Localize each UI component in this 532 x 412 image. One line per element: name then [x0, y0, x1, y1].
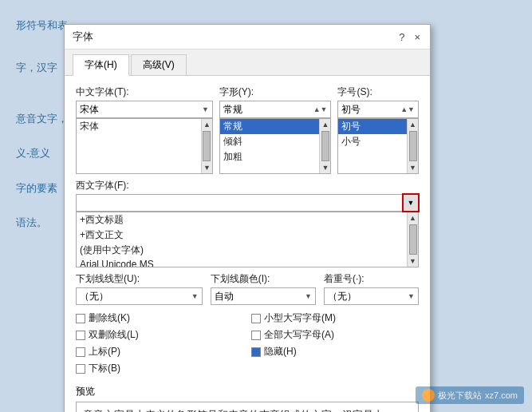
tab-font[interactable]: 字体(H)	[73, 54, 129, 76]
emphasis-label: 着重号(·):	[324, 272, 419, 286]
hidden-checkbox[interactable]	[251, 347, 261, 357]
small-caps-label: 小型大写字母(M)	[264, 311, 336, 325]
double-strikethrough-label: 双删除线(L)	[89, 328, 139, 342]
wf-scroll-down[interactable]: ▼	[409, 256, 416, 267]
style-item-bold[interactable]: 加粗	[220, 149, 320, 164]
watermark-text: 极光下载站	[438, 390, 482, 402]
close-button[interactable]: ×	[412, 31, 422, 43]
emphasis-group: 着重号(·): （无） ▼	[324, 272, 419, 305]
checkbox-superscript[interactable]: 上标(P)	[76, 345, 243, 359]
help-button[interactable]: ?	[397, 31, 406, 43]
chinese-font-arrow: ▼	[202, 105, 209, 113]
tab-advanced[interactable]: 高级(V)	[131, 54, 187, 75]
hidden-label: 隐藏(H)	[264, 345, 297, 359]
strikethrough-checkbox[interactable]	[76, 314, 85, 323]
size-scroll-down[interactable]: ▼	[409, 162, 416, 173]
preview-label: 预览	[76, 385, 419, 398]
scroll-down[interactable]: ▼	[203, 162, 211, 173]
title-controls: ? ×	[397, 31, 422, 43]
western-item-4[interactable]: Arial Unicode MS	[77, 258, 407, 267]
checkbox-hidden[interactable]: 隐藏(H)	[251, 345, 419, 359]
underline-style-label: 下划线线型(U):	[76, 272, 203, 286]
all-caps-label: 全部大写字母(A)	[264, 328, 334, 342]
preview-section: 预览 意音文字是由表义的象形符号和表音的声旁组成的文字，汉字是由	[76, 385, 419, 412]
style-arrow: ▲▼	[313, 105, 328, 113]
wf-scroll-up[interactable]: ▲	[409, 212, 416, 224]
checkbox-subscript[interactable]: 下标(B)	[76, 362, 243, 375]
underline-style-value: （无）	[80, 290, 108, 303]
scroll-up[interactable]: ▲	[203, 119, 211, 130]
dropdown-arrow-icon: ▼	[408, 199, 415, 207]
underline-style-arrow: ▼	[191, 292, 199, 300]
style-scroll-up[interactable]: ▲	[321, 119, 329, 130]
style-label: 字形(Y):	[219, 85, 332, 99]
small-caps-checkbox[interactable]	[251, 314, 261, 323]
dialog-title: 字体	[73, 30, 93, 44]
style-scroll-down[interactable]: ▼	[321, 162, 329, 173]
size-scroll-up[interactable]: ▲	[409, 119, 416, 130]
style-item-regular[interactable]: 常规	[220, 119, 320, 134]
western-font-select[interactable]	[76, 194, 403, 212]
size-select[interactable]: 初号 ▲▼	[337, 101, 419, 118]
checkbox-double-strikethrough[interactable]: 双删除线(L)	[76, 328, 243, 342]
superscript-checkbox[interactable]	[76, 347, 85, 357]
chinese-font-list: 宋体 ▲ ▼	[76, 118, 213, 174]
list-item[interactable]: 宋体	[77, 119, 201, 134]
emphasis-select[interactable]: （无） ▼	[324, 287, 419, 305]
style-scrollbar[interactable]: ▲ ▼	[319, 119, 330, 173]
chinese-font-list-content[interactable]: 宋体	[77, 119, 201, 173]
dialog-content: 中文字体(T): 宋体 ▼ 宋体 ▲ ▼ 字形(Y):	[65, 76, 430, 412]
checkboxes-left: 删除线(K) 双删除线(L) 上标(P) 下标(B)	[76, 311, 243, 378]
size-value: 初号	[341, 103, 361, 117]
chinese-font-group: 中文字体(T): 宋体 ▼ 宋体 ▲ ▼	[76, 85, 213, 174]
font-dialog: 字体 ? × 字体(H) 高级(V) 中文字体(T): 宋体 ▼ 宋体	[64, 24, 431, 412]
double-strikethrough-checkbox[interactable]	[76, 331, 85, 340]
size-group: 字号(S): 初号 ▲▼ 初号 小号 ▲ ▼	[337, 85, 419, 174]
style-value: 常规	[223, 103, 242, 117]
watermark-url: xz7.com	[485, 390, 518, 400]
tab-bar: 字体(H) 高级(V)	[65, 50, 430, 76]
superscript-label: 上标(P)	[89, 345, 120, 359]
wf-scroll-thumb[interactable]	[409, 224, 417, 255]
subscript-checkbox[interactable]	[76, 364, 85, 374]
chinese-font-scrollbar[interactable]: ▲ ▼	[201, 119, 212, 173]
style-item-italic[interactable]: 倾斜	[220, 134, 320, 149]
western-font-row: ▼	[76, 194, 419, 212]
western-font-dropdown-btn[interactable]: ▼	[403, 194, 419, 212]
western-font-list-content[interactable]: +西文标题 +西文正文 (使用中文字体) Arial Unicode MS Ba…	[77, 212, 407, 267]
size-scroll-thumb[interactable]	[409, 131, 417, 161]
underline-color-select[interactable]: 自动 ▼	[211, 287, 316, 305]
size-scrollbar[interactable]: ▲ ▼	[407, 119, 418, 173]
size-arrow: ▲▼	[400, 105, 415, 113]
checkbox-small-caps[interactable]: 小型大写字母(M)	[251, 311, 419, 325]
emphasis-value: （无）	[328, 290, 357, 303]
checkbox-strikethrough[interactable]: 删除线(K)	[76, 311, 243, 325]
western-font-group: 西文字体(F): ▼ +西文标题 +西文正文 (使用中文字体) Arial Un…	[76, 179, 419, 267]
western-font-list: +西文标题 +西文正文 (使用中文字体) Arial Unicode MS Ba…	[76, 212, 419, 267]
western-item-1[interactable]: +西文标题	[77, 212, 407, 228]
style-scroll-thumb[interactable]	[321, 131, 329, 161]
all-caps-checkbox[interactable]	[251, 331, 261, 340]
checkboxes-section: 删除线(K) 双删除线(L) 上标(P) 下标(B) 小型大	[76, 311, 419, 378]
checkbox-all-caps[interactable]: 全部大写字母(A)	[251, 328, 419, 342]
chinese-font-select[interactable]: 宋体 ▼	[76, 101, 213, 118]
subscript-label: 下标(B)	[89, 362, 120, 375]
checkboxes-right: 小型大写字母(M) 全部大写字母(A) 隐藏(H)	[251, 311, 419, 378]
underline-color-label: 下划线颜色(I):	[211, 272, 316, 286]
style-select[interactable]: 常规 ▲▼	[219, 101, 332, 118]
underline-style-select[interactable]: （无） ▼	[76, 287, 203, 305]
western-font-scrollbar[interactable]: ▲ ▼	[407, 212, 418, 267]
underline-style-group: 下划线线型(U): （无） ▼	[76, 272, 203, 305]
watermark: 极光下载站 xz7.com	[416, 386, 524, 404]
chinese-font-label: 中文字体(T):	[76, 85, 213, 99]
size-item-2[interactable]: 小号	[338, 134, 407, 149]
size-item-1[interactable]: 初号	[338, 119, 407, 134]
underline-color-arrow: ▼	[305, 292, 312, 300]
style-group: 字形(Y): 常规 ▲▼ 常规 倾斜 加粗 ▲ ▼	[219, 85, 332, 174]
western-item-3[interactable]: (使用中文字体)	[77, 243, 407, 258]
scroll-thumb[interactable]	[203, 131, 211, 161]
style-list-content[interactable]: 常规 倾斜 加粗	[220, 119, 320, 173]
watermark-icon	[422, 389, 435, 402]
size-list-content[interactable]: 初号 小号	[338, 119, 407, 173]
western-item-2[interactable]: +西文正文	[77, 228, 407, 243]
